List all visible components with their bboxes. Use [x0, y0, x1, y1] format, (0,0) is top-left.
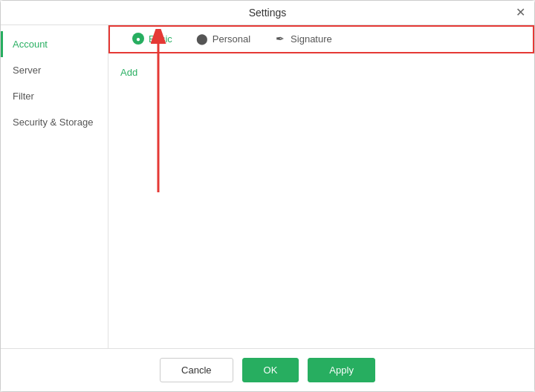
basic-tab-icon: ●	[132, 33, 144, 45]
tabs-bar: ● Basic ⬤ Personal ✒ Signature	[108, 25, 534, 53]
tab-personal[interactable]: ⬤ Personal	[184, 25, 262, 53]
cancel-button[interactable]: Cancle	[160, 358, 233, 382]
sidebar-item-account[interactable]: Account	[1, 31, 108, 57]
settings-dialog: Settings ✕ Account Server Filter Securit…	[0, 0, 535, 392]
personal-tab-icon: ⬤	[196, 33, 208, 45]
title-bar: Settings ✕	[1, 1, 534, 25]
tab-basic-label: Basic	[149, 33, 172, 45]
tab-basic[interactable]: ● Basic	[120, 25, 184, 53]
sidebar-item-server[interactable]: Server	[1, 57, 108, 83]
tab-signature-label: Signature	[291, 33, 332, 45]
dialog-body: Account Server Filter Security & Storage…	[1, 25, 534, 348]
apply-button[interactable]: Apply	[308, 358, 375, 382]
tab-personal-label: Personal	[213, 33, 250, 45]
close-button[interactable]: ✕	[516, 7, 525, 19]
content-area: Add	[108, 53, 534, 348]
signature-tab-icon: ✒	[274, 33, 286, 45]
sidebar: Account Server Filter Security & Storage	[1, 25, 108, 348]
ok-button[interactable]: OK	[242, 358, 299, 382]
main-content: ● Basic ⬤ Personal ✒ Signature Add	[108, 25, 534, 348]
dialog-title: Settings	[249, 7, 287, 19]
add-link[interactable]: Add	[120, 67, 137, 78]
dialog-footer: Cancle OK Apply	[1, 348, 534, 391]
tab-signature[interactable]: ✒ Signature	[262, 25, 344, 53]
sidebar-item-security-storage[interactable]: Security & Storage	[1, 109, 108, 135]
sidebar-item-filter[interactable]: Filter	[1, 83, 108, 109]
